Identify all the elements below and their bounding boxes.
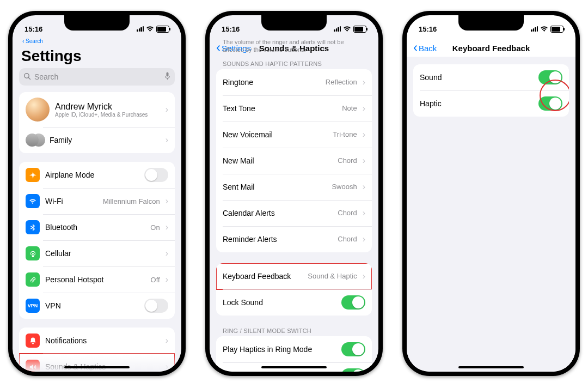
toggle[interactable]	[341, 342, 365, 356]
page-title: Settings	[13, 44, 181, 68]
row-text-tone[interactable]: Text ToneNote›	[216, 95, 372, 122]
notch	[458, 15, 524, 31]
row-haptic[interactable]: Haptic	[413, 90, 569, 117]
airplane-icon	[26, 168, 40, 182]
chevron-right-icon: ›	[363, 271, 365, 281]
row-reminder-alerts[interactable]: Reminder AlertsChord›	[216, 226, 372, 252]
row-label: Play Haptics in Silent Mode	[223, 371, 336, 372]
section-ring-silent: RING / SILENT MODE SWITCH	[210, 324, 378, 336]
wifi-icon	[343, 25, 351, 33]
section-sounds-patterns: SOUNDS AND HAPTIC PATTERNS	[210, 57, 378, 69]
row-new-voicemail[interactable]: New VoicemailTri-tone›	[216, 122, 372, 148]
toggle[interactable]	[341, 368, 365, 372]
row-value: Chord	[338, 156, 357, 165]
row-label: Bluetooth	[45, 223, 145, 232]
notch	[261, 15, 327, 31]
row-label: Notifications	[45, 336, 160, 345]
row-keyboard-feedback[interactable]: Keyboard FeedbackSound & Haptic›	[216, 263, 372, 289]
chevron-right-icon: ›	[363, 208, 365, 218]
row-label: New Voicemail	[223, 130, 327, 139]
row-value: On	[150, 223, 160, 232]
battery-icon	[156, 26, 169, 33]
row-sent-mail[interactable]: Sent MailSwoosh›	[216, 174, 372, 200]
phone-sounds-haptics: 15:16 Settings Sounds & Haptics The volu…	[205, 11, 383, 376]
chevron-right-icon: ›	[363, 104, 365, 113]
chevron-right-icon: ›	[363, 156, 365, 166]
family-row[interactable]: Family ›	[19, 127, 175, 153]
bell-icon	[26, 334, 40, 348]
battery-icon	[550, 26, 564, 33]
vpn-icon: VPN	[26, 299, 40, 313]
cellular-bars-icon	[137, 26, 144, 32]
home-indicator[interactable]	[458, 366, 524, 368]
status-time: 15:16	[24, 25, 42, 33]
row-value: Chord	[338, 235, 357, 243]
back-to-search[interactable]: Search	[13, 37, 181, 44]
row-label: Wi-Fi	[45, 197, 97, 205]
row-label: Personal Hotspot	[45, 275, 145, 284]
row-bluetooth[interactable]: BluetoothOn›	[19, 214, 175, 240]
row-wi-fi[interactable]: Wi-FiMillennium Falcon›	[19, 188, 175, 214]
row-new-mail[interactable]: New MailChord›	[216, 148, 372, 174]
row-ringtone[interactable]: RingtoneReflection›	[216, 69, 372, 95]
row-label: Sent Mail	[223, 183, 326, 191]
apple-id-row[interactable]: Andrew Myrick Apple ID, iCloud+, Media &…	[19, 92, 175, 127]
wifi-icon	[540, 25, 548, 33]
home-indicator[interactable]	[64, 366, 130, 368]
row-vpn[interactable]: VPNVPN	[19, 293, 175, 319]
avatar	[26, 98, 50, 122]
chevron-right-icon: ›	[363, 130, 365, 140]
chevron-right-icon: ›	[166, 222, 168, 232]
chevron-right-icon: ›	[166, 275, 168, 284]
toggle[interactable]	[538, 96, 562, 111]
row-notifications[interactable]: Notifications›	[19, 328, 175, 354]
row-label: Play Haptics in Ring Mode	[223, 345, 336, 354]
row-value: Chord	[338, 209, 357, 217]
row-label: New Mail	[223, 156, 332, 165]
chevron-right-icon: ›	[166, 196, 168, 206]
row-sound[interactable]: Sound	[413, 64, 569, 90]
chevron-right-icon: ›	[166, 135, 168, 145]
row-label: Lock Sound	[223, 298, 336, 307]
bluetooth-icon	[26, 220, 40, 234]
toggle[interactable]	[341, 295, 365, 310]
search-icon	[23, 72, 31, 82]
phone-settings-root: 15:16 Search Settings Search	[8, 11, 186, 376]
row-value: Swoosh	[332, 183, 357, 191]
chevron-right-icon: ›	[166, 105, 168, 114]
home-indicator[interactable]	[261, 366, 327, 368]
row-value: Sound & Haptic	[308, 272, 357, 280]
notch	[64, 15, 130, 31]
svg-rect-2	[167, 72, 169, 77]
status-time: 15:16	[419, 25, 437, 33]
row-label: VPN	[45, 301, 139, 310]
row-personal-hotspot[interactable]: Personal HotspotOff›	[19, 266, 175, 293]
row-value: Millennium Falcon	[103, 197, 160, 205]
mic-icon[interactable]	[164, 72, 170, 82]
toggle[interactable]	[144, 299, 168, 313]
phone-keyboard-feedback: 15:16 Back Keyboard Feedback SoundHaptic	[402, 11, 580, 376]
link-icon	[26, 272, 40, 287]
row-value: Reflection	[326, 78, 357, 86]
row-cellular[interactable]: Cellular›	[19, 240, 175, 266]
search-placeholder: Search	[34, 72, 58, 81]
row-label: Sound	[420, 73, 533, 82]
search-input[interactable]: Search	[19, 68, 175, 86]
cellular-bars-icon	[531, 26, 538, 32]
toggle[interactable]	[144, 168, 168, 182]
row-label: Keyboard Feedback	[223, 272, 302, 281]
profile-name: Andrew Myrick	[55, 102, 160, 112]
row-value: Tri-tone	[333, 130, 357, 138]
row-calendar-alerts[interactable]: Calendar AlertsChord›	[216, 200, 372, 226]
chevron-right-icon: ›	[363, 234, 365, 244]
toggle[interactable]	[538, 70, 562, 84]
row-label: Airplane Mode	[45, 171, 139, 179]
back-button[interactable]: Back	[413, 44, 437, 53]
row-play-haptics-in-ring-mode[interactable]: Play Haptics in Ring Mode	[216, 336, 372, 362]
row-airplane-mode[interactable]: Airplane Mode	[19, 162, 175, 188]
status-time: 15:16	[222, 25, 240, 33]
family-avatars-icon	[26, 133, 44, 147]
wifi-icon	[146, 25, 154, 33]
wifi-icon	[26, 194, 40, 208]
row-lock-sound[interactable]: Lock Sound	[216, 289, 372, 316]
